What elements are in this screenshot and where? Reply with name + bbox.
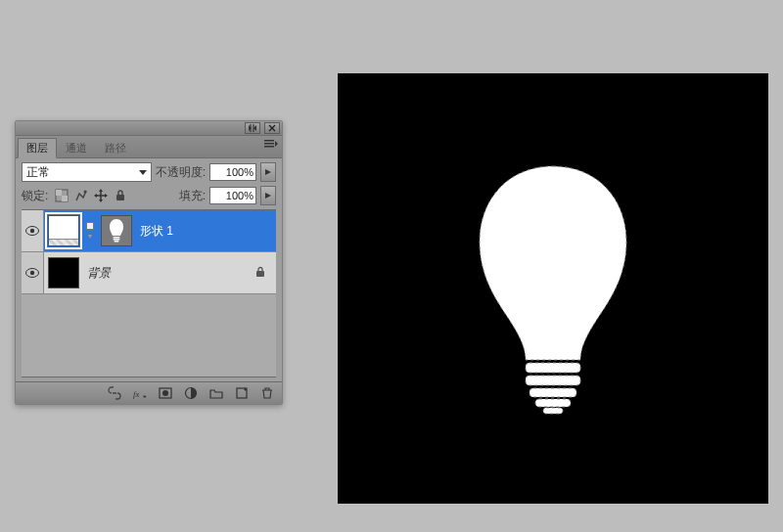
- lock-position-icon[interactable]: [93, 188, 109, 203]
- svg-rect-25: [116, 195, 124, 200]
- panel-tabs: 图层 通道 路径: [16, 136, 282, 158]
- svg-point-38: [162, 390, 168, 396]
- fill-slider-button[interactable]: [260, 186, 276, 205]
- adjustment-layer-button[interactable]: [182, 385, 200, 401]
- svg-rect-0: [526, 363, 580, 373]
- tab-layers[interactable]: 图层: [18, 138, 57, 158]
- close-button[interactable]: [264, 122, 280, 134]
- lock-all-icon[interactable]: [113, 188, 128, 203]
- lock-transparency-icon[interactable]: [54, 188, 69, 203]
- vector-mask-thumbnail[interactable]: [101, 215, 132, 246]
- svg-rect-34: [256, 271, 264, 277]
- tab-channels[interactable]: 通道: [57, 138, 96, 157]
- new-layer-button[interactable]: [233, 385, 251, 401]
- link-icon: ▾: [85, 222, 95, 241]
- blend-mode-select[interactable]: 正常: [22, 162, 152, 182]
- layer-fill-thumbnail[interactable]: [48, 215, 79, 246]
- lock-label: 锁定:: [22, 188, 48, 204]
- svg-rect-19: [62, 196, 68, 201]
- new-group-button[interactable]: [207, 385, 225, 401]
- opacity-input[interactable]: 100%: [209, 163, 256, 181]
- svg-marker-21: [99, 189, 103, 192]
- svg-marker-23: [94, 194, 97, 198]
- visibility-toggle[interactable]: [22, 252, 44, 293]
- svg-rect-29: [114, 237, 120, 239]
- svg-rect-14: [264, 146, 274, 148]
- svg-rect-31: [115, 241, 119, 243]
- svg-point-33: [30, 271, 34, 275]
- svg-rect-18: [56, 190, 62, 196]
- chevron-down-icon: [139, 170, 147, 175]
- svg-rect-4: [543, 408, 563, 414]
- lock-pixels-icon[interactable]: [73, 188, 89, 203]
- delete-layer-button[interactable]: [258, 385, 276, 401]
- svg-marker-26: [265, 193, 271, 199]
- fill-input[interactable]: 100%: [209, 187, 256, 204]
- panel-menu-button[interactable]: [264, 139, 278, 149]
- fill-label: 填充:: [179, 188, 206, 204]
- layer-background[interactable]: 背景: [22, 252, 276, 294]
- layer-mask-button[interactable]: [157, 385, 174, 401]
- svg-marker-16: [265, 169, 271, 175]
- opacity-slider-button[interactable]: [260, 162, 276, 182]
- blend-mode-value: 正常: [26, 164, 50, 181]
- opacity-label: 不透明度:: [156, 164, 206, 181]
- collapse-button[interactable]: [245, 122, 260, 134]
- canvas[interactable]: [338, 73, 768, 504]
- svg-marker-22: [99, 200, 103, 202]
- svg-rect-30: [114, 239, 120, 241]
- svg-marker-24: [105, 194, 108, 198]
- svg-rect-1: [526, 376, 580, 385]
- link-layers-button[interactable]: [106, 385, 123, 401]
- lightbulb-shape: [465, 161, 641, 416]
- svg-point-28: [30, 229, 34, 233]
- panel-footer: fx: [16, 381, 282, 404]
- lock-icon: [254, 266, 266, 280]
- layer-name: 背景: [87, 265, 111, 282]
- panel-body: 正常 不透明度: 100% 锁定:: [16, 158, 282, 381]
- svg-rect-2: [530, 388, 576, 397]
- svg-rect-13: [264, 143, 274, 145]
- layer-shape-1[interactable]: ▾ 形状 1: [22, 210, 276, 252]
- layer-fx-button[interactable]: fx: [131, 385, 149, 401]
- svg-text:fx: fx: [133, 389, 139, 399]
- panel-titlebar[interactable]: [16, 121, 282, 136]
- svg-rect-3: [535, 399, 571, 407]
- svg-rect-12: [264, 140, 274, 142]
- svg-rect-36: [144, 396, 147, 398]
- layer-thumbnail[interactable]: [48, 257, 79, 288]
- visibility-toggle[interactable]: [22, 210, 44, 251]
- svg-point-20: [84, 191, 87, 194]
- svg-marker-15: [275, 141, 278, 147]
- layers-panel: 图层 通道 路径 正常 不透明度: 100% 锁定:: [15, 120, 283, 405]
- tab-paths[interactable]: 路径: [96, 138, 135, 157]
- layer-name: 形状 1: [140, 223, 173, 240]
- layer-list: ▾ 形状 1: [22, 209, 276, 377]
